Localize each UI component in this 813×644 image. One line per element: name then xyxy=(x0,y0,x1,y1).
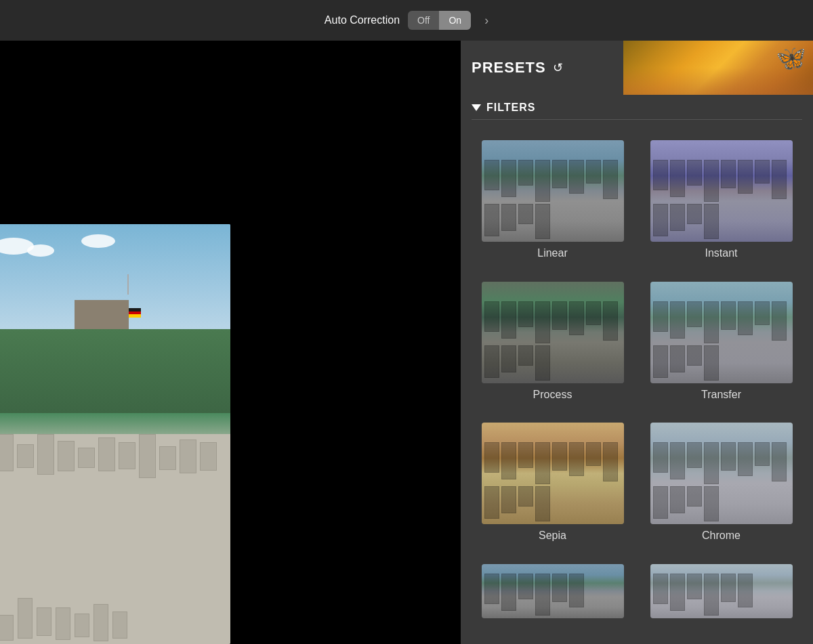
filter-label-linear: Linear xyxy=(537,247,567,259)
filters-title: FILTERS xyxy=(486,102,535,114)
filter-label-process: Process xyxy=(533,389,572,401)
filter-item-instant[interactable]: Instant xyxy=(640,140,802,278)
filter-label-sepia: Sepia xyxy=(539,530,566,542)
photo-trees xyxy=(0,329,230,413)
memorial-block xyxy=(139,434,156,478)
filters-section-header: FILTERS xyxy=(461,95,813,132)
right-panel: PRESETS ↺ 🦋 FILTERS xyxy=(461,41,813,644)
memorial-scene-chrome xyxy=(650,423,793,524)
memorial-block xyxy=(0,434,14,471)
filter-label-chrome: Chrome xyxy=(702,530,741,542)
presets-header: PRESETS ↺ 🦋 xyxy=(461,41,813,95)
filter-thumb-fade xyxy=(482,564,624,618)
filter-thumb-transfer xyxy=(650,282,793,383)
memorial-scene-instant xyxy=(650,140,793,242)
memorial-block xyxy=(0,615,14,641)
memorial-scene-process xyxy=(482,282,624,383)
filter-thumb-chrome xyxy=(650,423,793,524)
cherry-blossoms xyxy=(623,68,813,95)
memorial-block xyxy=(17,444,34,468)
flag-pole xyxy=(127,274,129,295)
memorial-blocks-instant xyxy=(650,181,793,242)
memorial-scene-transfer xyxy=(650,282,793,383)
photo-area xyxy=(0,41,461,644)
filter-item-noir[interactable] xyxy=(640,564,802,637)
filter-item-chrome[interactable]: Chrome xyxy=(640,423,802,560)
chevron-right-icon[interactable]: › xyxy=(484,14,488,28)
memorial-block xyxy=(159,446,176,470)
filter-thumb-linear xyxy=(482,140,624,242)
memorial-block xyxy=(18,598,33,639)
filter-item-fade[interactable] xyxy=(472,564,633,637)
memorial-scene-noir xyxy=(650,564,793,618)
german-flag xyxy=(127,308,141,318)
memorial-blocks-process xyxy=(482,322,624,383)
presets-butterfly-decoration: 🦋 xyxy=(623,41,813,95)
filter-item-transfer[interactable]: Transfer xyxy=(640,282,802,419)
reset-icon[interactable]: ↺ xyxy=(553,60,563,75)
collapse-icon[interactable] xyxy=(472,104,481,111)
memorial-block xyxy=(112,611,127,639)
memorial-blocks-linear xyxy=(482,181,624,242)
memorial-block xyxy=(119,442,136,469)
memorial-scene-fade xyxy=(482,564,624,618)
memorial-block xyxy=(93,604,108,641)
filter-item-linear[interactable]: Linear xyxy=(472,140,633,278)
memorial-block xyxy=(180,439,196,473)
filters-header: FILTERS xyxy=(472,102,802,114)
photo-container xyxy=(0,224,230,644)
memorial-scene-sepia xyxy=(482,423,624,524)
photo-berlin xyxy=(0,224,230,644)
memorial-block xyxy=(56,607,70,640)
memorial-blocks-transfer xyxy=(650,322,793,383)
memorial-blocks-sepia xyxy=(482,463,624,524)
filter-grid: Linear xyxy=(461,132,813,644)
memorial-scene-linear xyxy=(482,140,624,242)
filter-thumb-noir xyxy=(650,564,793,618)
filters-separator xyxy=(472,119,802,120)
memorial-block xyxy=(78,448,95,468)
flag-stripe-gold xyxy=(127,314,141,318)
toggle-on-button[interactable]: On xyxy=(439,11,471,30)
top-bar: Auto Correction Off On › xyxy=(0,0,813,41)
photo-blocks xyxy=(0,434,230,644)
memorial-block xyxy=(98,437,115,471)
filter-thumb-sepia xyxy=(482,423,624,524)
presets-title: PRESETS xyxy=(472,59,546,77)
toggle-group: Off On xyxy=(408,11,471,30)
cloud-3 xyxy=(81,234,115,248)
filter-thumb-process xyxy=(482,282,624,383)
filter-item-process[interactable]: Process xyxy=(472,282,633,419)
toggle-off-button[interactable]: Off xyxy=(408,11,439,30)
memorial-blocks-fade xyxy=(482,586,624,618)
memorial-blocks-chrome xyxy=(650,463,793,524)
memorial-block xyxy=(37,434,54,475)
main-area: PRESETS ↺ 🦋 FILTERS xyxy=(0,41,813,644)
auto-correction-label: Auto Correction xyxy=(325,14,400,26)
filter-thumb-instant xyxy=(650,140,793,242)
filter-label-transfer: Transfer xyxy=(701,389,741,401)
filter-item-sepia[interactable]: Sepia xyxy=(472,423,633,560)
memorial-block xyxy=(200,442,217,471)
memorial-block xyxy=(75,614,89,637)
memorial-blocks-noir xyxy=(650,586,793,618)
memorial-block xyxy=(58,441,75,471)
filter-label-instant: Instant xyxy=(705,247,737,259)
cloud-2 xyxy=(27,244,54,257)
memorial-block xyxy=(37,607,51,636)
